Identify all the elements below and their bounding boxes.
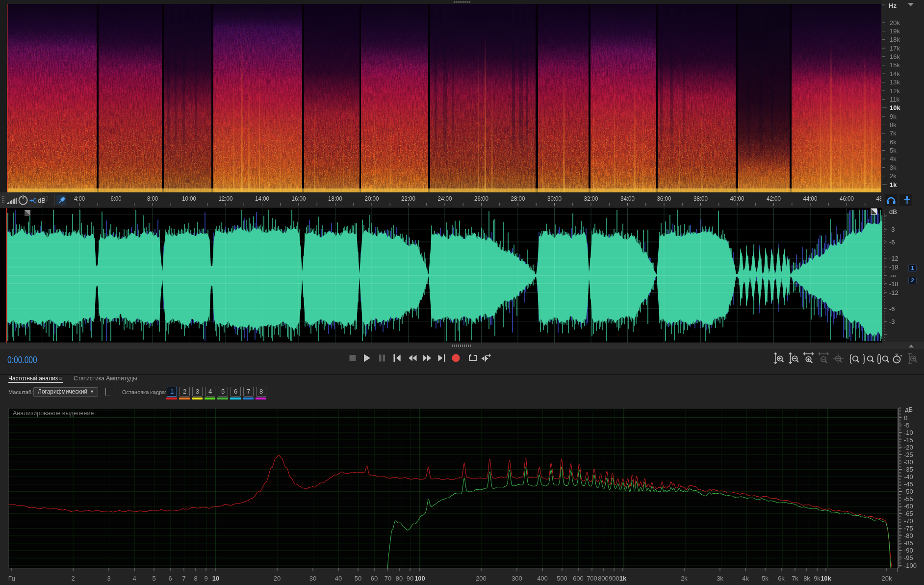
svg-text:-3: -3 bbox=[889, 318, 895, 325]
svg-text:13k: 13k bbox=[890, 79, 900, 86]
svg-text:16:00: 16:00 bbox=[292, 195, 306, 202]
svg-text:-55: -55 bbox=[904, 495, 913, 503]
svg-text:11k: 11k bbox=[890, 96, 899, 103]
svg-text:8k: 8k bbox=[890, 121, 897, 129]
svg-text:1k: 1k bbox=[619, 575, 627, 582]
svg-text:100: 100 bbox=[414, 575, 425, 582]
svg-text:200: 200 bbox=[476, 575, 487, 582]
svg-text:-50: -50 bbox=[904, 488, 913, 495]
svg-text:dB: dB bbox=[38, 197, 46, 204]
svg-text:5k: 5k bbox=[890, 147, 897, 154]
svg-text:40: 40 bbox=[335, 575, 342, 582]
svg-text:Анализированое выделение: Анализированое выделение bbox=[13, 410, 94, 417]
svg-text:42:00: 42:00 bbox=[767, 195, 781, 202]
svg-text:24:00: 24:00 bbox=[438, 195, 452, 202]
svg-text:60: 60 bbox=[371, 575, 378, 582]
svg-text:-60: -60 bbox=[904, 503, 913, 510]
svg-text:20:00: 20:00 bbox=[365, 195, 379, 202]
svg-text:30: 30 bbox=[309, 575, 316, 582]
svg-text:7k: 7k bbox=[890, 130, 897, 137]
svg-text:10: 10 bbox=[212, 575, 219, 582]
svg-text:4: 4 bbox=[132, 575, 136, 582]
svg-text:8k: 8k bbox=[803, 575, 810, 582]
svg-text:-20: -20 bbox=[904, 444, 913, 451]
svg-text:2: 2 bbox=[71, 575, 75, 582]
svg-text:50: 50 bbox=[355, 575, 361, 582]
svg-text:10k: 10k bbox=[890, 104, 900, 111]
svg-text:7k: 7k bbox=[792, 575, 798, 582]
svg-text:40:00: 40:00 bbox=[730, 195, 744, 202]
svg-text:14:00: 14:00 bbox=[255, 195, 269, 202]
svg-text:-6: -6 bbox=[889, 239, 895, 246]
svg-text:70: 70 bbox=[385, 575, 391, 582]
svg-text:26:00: 26:00 bbox=[474, 195, 488, 202]
svg-text:20: 20 bbox=[274, 575, 281, 582]
svg-text:3: 3 bbox=[107, 575, 110, 582]
svg-text:-100: -100 bbox=[904, 562, 917, 569]
svg-text:5: 5 bbox=[152, 575, 155, 582]
svg-text:5k: 5k bbox=[762, 575, 769, 582]
svg-text:90: 90 bbox=[407, 575, 413, 582]
svg-text:44:00: 44:00 bbox=[803, 195, 818, 202]
svg-text:dB: dB bbox=[889, 208, 897, 215]
svg-text:900: 900 bbox=[609, 575, 619, 582]
svg-text:4:00: 4:00 bbox=[74, 195, 85, 202]
svg-text:-80: -80 bbox=[904, 532, 913, 539]
svg-text:46:00: 46:00 bbox=[840, 195, 854, 202]
svg-text:15k: 15k bbox=[890, 61, 900, 69]
svg-text:-75: -75 bbox=[904, 525, 913, 532]
svg-text:400: 400 bbox=[537, 575, 548, 582]
svg-text:10k: 10k bbox=[821, 575, 831, 582]
svg-text:14k: 14k bbox=[890, 70, 900, 78]
svg-text:4k: 4k bbox=[742, 575, 749, 582]
svg-text:0: 0 bbox=[904, 414, 907, 422]
svg-text:2k: 2k bbox=[890, 172, 897, 180]
svg-text:28:00: 28:00 bbox=[511, 195, 525, 202]
svg-text:19k: 19k bbox=[890, 27, 900, 35]
svg-text:-30: -30 bbox=[904, 458, 913, 466]
svg-text:17k: 17k bbox=[890, 45, 900, 52]
svg-text:38:00: 38:00 bbox=[693, 195, 708, 202]
svg-text:3k: 3k bbox=[717, 575, 723, 582]
svg-text:+0: +0 bbox=[29, 197, 37, 204]
svg-text:8:00: 8:00 bbox=[147, 195, 158, 202]
svg-text:-3: -3 bbox=[889, 226, 895, 233]
svg-text:9k: 9k bbox=[814, 575, 821, 582]
svg-text:-12: -12 bbox=[889, 289, 898, 296]
svg-text:9: 9 bbox=[204, 575, 207, 582]
svg-text:-45: -45 bbox=[904, 480, 913, 488]
svg-text:8: 8 bbox=[194, 575, 197, 582]
svg-text:300: 300 bbox=[512, 575, 522, 582]
svg-text:1k: 1k bbox=[890, 181, 897, 188]
svg-text:-35: -35 bbox=[904, 466, 913, 473]
svg-text:-15: -15 bbox=[904, 436, 913, 444]
svg-text:-85: -85 bbox=[904, 539, 913, 547]
svg-text:12:00: 12:00 bbox=[219, 195, 233, 202]
svg-text:3k: 3k bbox=[890, 164, 897, 171]
svg-text:22:00: 22:00 bbox=[401, 195, 415, 202]
svg-text:6k: 6k bbox=[778, 575, 785, 582]
svg-text:-18: -18 bbox=[889, 264, 898, 271]
svg-text:34:00: 34:00 bbox=[620, 195, 635, 202]
svg-text:2k: 2k bbox=[681, 575, 688, 582]
svg-text:18k: 18k bbox=[890, 36, 900, 43]
svg-text:7: 7 bbox=[182, 575, 185, 582]
svg-text:10:00: 10:00 bbox=[182, 195, 196, 202]
svg-text:6k: 6k bbox=[890, 138, 897, 146]
svg-text:6: 6 bbox=[168, 575, 172, 582]
svg-text:500: 500 bbox=[557, 575, 567, 582]
svg-text:-6: -6 bbox=[889, 305, 895, 313]
svg-text:-90: -90 bbox=[904, 547, 913, 554]
svg-text:80: 80 bbox=[396, 575, 403, 582]
svg-text:-∞: -∞ bbox=[889, 272, 896, 279]
svg-text:9k: 9k bbox=[890, 113, 897, 120]
svg-text:20k: 20k bbox=[890, 19, 900, 27]
svg-text:дБ: дБ bbox=[905, 406, 913, 413]
svg-text:-65: -65 bbox=[904, 510, 913, 517]
svg-text:Hz: Hz bbox=[889, 2, 897, 9]
svg-text:700: 700 bbox=[587, 575, 597, 582]
svg-text:-5: -5 bbox=[904, 422, 910, 429]
svg-text:18:00: 18:00 bbox=[328, 195, 342, 202]
svg-text:30:00: 30:00 bbox=[547, 195, 562, 202]
svg-text:12k: 12k bbox=[890, 87, 900, 95]
